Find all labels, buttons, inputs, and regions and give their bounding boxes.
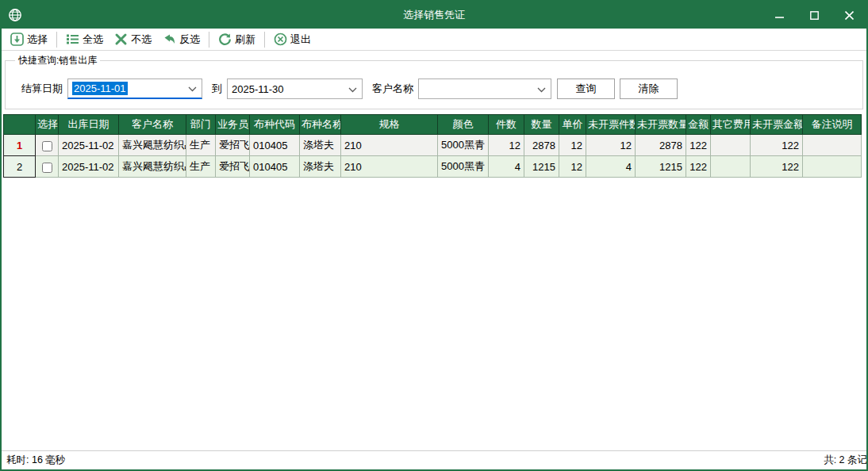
- col-header-uninvoiced-pieces[interactable]: 未开票件数: [586, 115, 636, 135]
- col-header-salesperson[interactable]: 业务员: [216, 115, 250, 135]
- col-header-amount[interactable]: 金额: [686, 115, 711, 135]
- cell-department: 生产: [186, 135, 216, 156]
- query-button[interactable]: 查询: [557, 78, 615, 99]
- customer-combo[interactable]: [418, 78, 551, 99]
- refresh-button-label: 刷新: [235, 33, 255, 47]
- cell-color: 5000黑青: [438, 156, 489, 178]
- col-header-uninvoiced-qty[interactable]: 未开票数量: [636, 115, 686, 135]
- date-from-combo[interactable]: 2025-11-01: [67, 78, 202, 99]
- col-header-uninvoiced-amount[interactable]: 未开票金额: [751, 115, 803, 135]
- row-number: 1: [4, 135, 36, 156]
- cell-department: 生产: [186, 156, 216, 178]
- date-to-combo[interactable]: 2025-11-30: [227, 78, 363, 99]
- window-controls: [762, 2, 866, 29]
- deselect-x-icon: [114, 33, 128, 46]
- cell-uninvoiced-amount: 122: [751, 135, 803, 156]
- clear-button[interactable]: 清除: [620, 78, 678, 99]
- cell-spec: 210: [341, 156, 438, 178]
- row-number: 2: [4, 156, 36, 178]
- cell-salesperson: 爱招飞: [216, 135, 250, 156]
- chevron-down-icon: [537, 83, 546, 95]
- select-all-list-icon: [66, 33, 79, 46]
- status-record-count: 共: 2 条记: [824, 454, 866, 467]
- settle-date-label: 结算日期: [21, 82, 63, 96]
- refresh-button[interactable]: 刷新: [213, 30, 261, 49]
- globe-app-icon: [8, 7, 24, 23]
- chevron-down-icon: [188, 82, 197, 94]
- grid-corner-cell: [4, 115, 36, 135]
- cell-fabric-name: 涤塔夫: [300, 156, 341, 178]
- cell-other-fees: [711, 156, 751, 178]
- to-label: 到: [212, 82, 222, 96]
- row-select-cell: [36, 156, 59, 178]
- cell-uninvoiced-pieces: 4: [586, 156, 636, 178]
- cell-uninvoiced-amount: 122: [751, 156, 803, 178]
- col-header-color[interactable]: 颜色: [438, 115, 489, 135]
- invert-selection-button[interactable]: 反选: [157, 30, 205, 49]
- invert-selection-button-label: 反选: [179, 33, 200, 47]
- close-button[interactable]: [832, 2, 866, 29]
- refresh-icon: [218, 33, 232, 46]
- table-row[interactable]: 1 2025-11-02 嘉兴飓慧纺织品 生产 爱招飞 010405 涤塔夫 2…: [4, 135, 862, 156]
- exit-icon: [274, 33, 287, 46]
- select-all-button[interactable]: 全选: [60, 30, 109, 49]
- cell-remarks: [803, 156, 862, 178]
- select-button[interactable]: 选择: [5, 30, 53, 49]
- select-button-label: 选择: [27, 33, 48, 47]
- col-header-department[interactable]: 部门: [186, 115, 216, 135]
- row-select-checkbox[interactable]: [42, 163, 52, 173]
- cell-unit-price: 12: [559, 135, 586, 156]
- cell-remarks: [803, 135, 862, 156]
- row-select-checkbox[interactable]: [42, 141, 52, 151]
- cell-customer: 嘉兴飓慧纺织品: [119, 135, 186, 156]
- quick-query-group-label: 快捷查询:销售出库: [15, 54, 100, 67]
- select-all-button-label: 全选: [83, 33, 103, 47]
- date-to-value: 2025-11-30: [232, 83, 284, 95]
- cell-out-date: 2025-11-02: [59, 156, 119, 178]
- sales-voucher-grid: 选择 出库日期 客户名称 部门 业务员 布种代码 布种名称 规格 颜色 件数 数…: [3, 114, 866, 178]
- maximize-button[interactable]: [797, 2, 832, 29]
- col-header-out-date[interactable]: 出库日期: [59, 115, 119, 135]
- col-header-customer[interactable]: 客户名称: [119, 115, 186, 135]
- cell-other-fees: [711, 135, 751, 156]
- col-header-quantity[interactable]: 数量: [524, 115, 559, 135]
- deselect-button[interactable]: 不选: [109, 30, 157, 49]
- exit-button[interactable]: 退出: [268, 30, 317, 49]
- col-header-fabric-name[interactable]: 布种名称: [300, 115, 341, 135]
- grid-header-row: 选择 出库日期 客户名称 部门 业务员 布种代码 布种名称 规格 颜色 件数 数…: [4, 115, 862, 135]
- cell-uninvoiced-pieces: 12: [586, 135, 636, 156]
- cell-fabric-code: 010405: [250, 156, 300, 178]
- row-select-cell: [36, 135, 59, 156]
- cell-fabric-code: 010405: [250, 135, 300, 156]
- col-header-select[interactable]: 选择: [36, 115, 59, 135]
- col-header-spec[interactable]: 规格: [341, 115, 438, 135]
- cell-out-date: 2025-11-02: [59, 135, 119, 156]
- quick-query-group: 快捷查询:销售出库 结算日期 2025-11-01 到 2025-11-30 客…: [5, 54, 863, 109]
- cell-customer: 嘉兴飓慧纺织品: [119, 156, 186, 178]
- dialog-window: 选择销售凭证 选择: [0, 0, 868, 471]
- col-header-remarks[interactable]: 备注说明: [803, 115, 862, 135]
- select-download-icon: [10, 33, 24, 46]
- cell-unit-price: 12: [559, 156, 586, 178]
- col-header-fabric-code[interactable]: 布种代码: [250, 115, 300, 135]
- cell-pieces: 4: [489, 156, 524, 178]
- toolbar-separator: [209, 32, 209, 48]
- minimize-button[interactable]: [762, 2, 797, 29]
- customer-name-label: 客户名称: [372, 82, 413, 96]
- chevron-down-icon: [348, 83, 357, 95]
- cell-uninvoiced-qty: 1215: [636, 156, 686, 178]
- col-header-unit-price[interactable]: 单价: [559, 115, 586, 135]
- toolbar-separator: [56, 32, 57, 48]
- cell-amount: 122: [686, 135, 711, 156]
- window-title: 选择销售凭证: [2, 8, 866, 22]
- cell-spec: 210: [341, 135, 438, 156]
- cell-quantity: 1215: [524, 156, 559, 178]
- col-header-other-fees[interactable]: 其它费用: [711, 115, 751, 135]
- table-row[interactable]: 2 2025-11-02 嘉兴飓慧纺织品 生产 爱招飞 010405 涤塔夫 2…: [4, 156, 862, 178]
- date-from-value: 2025-11-01: [72, 82, 128, 95]
- col-header-pieces[interactable]: 件数: [489, 115, 524, 135]
- exit-button-label: 退出: [290, 33, 311, 47]
- deselect-button-label: 不选: [131, 33, 152, 47]
- status-elapsed-time: 耗时: 16 毫秒: [6, 454, 65, 467]
- cell-fabric-name: 涤塔夫: [300, 135, 341, 156]
